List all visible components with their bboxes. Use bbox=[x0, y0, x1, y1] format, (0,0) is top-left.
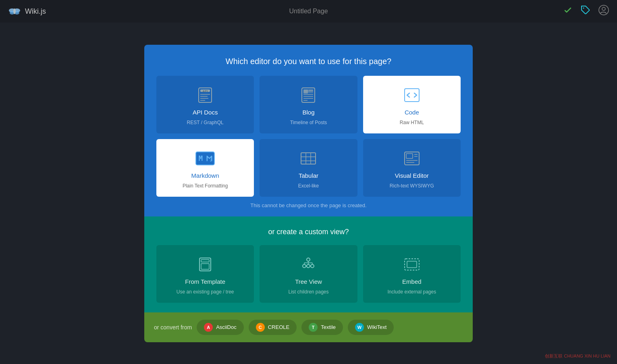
svg-point-44 bbox=[311, 264, 314, 268]
topbar-actions bbox=[563, 5, 609, 18]
main-content: Which editor do you want to use for this… bbox=[0, 23, 617, 364]
template-icon bbox=[195, 255, 215, 274]
convert-creole-button[interactable]: C CREOLE bbox=[249, 320, 297, 335]
convert-label: or convert from bbox=[154, 324, 192, 331]
blog-sublabel: Timeline of Posts bbox=[290, 120, 327, 125]
tree-sublabel: List children pages bbox=[288, 289, 328, 295]
markdown-icon: M ↓ bbox=[195, 149, 215, 168]
editor-card-api-docs[interactable]: API API Docs REST / GraphQL bbox=[156, 76, 254, 133]
svg-rect-21 bbox=[303, 89, 308, 94]
svg-rect-51 bbox=[407, 261, 417, 268]
markdown-sublabel: Plain Text Formatting bbox=[183, 183, 228, 189]
custom-panel-title: or create a custom view? bbox=[156, 228, 461, 236]
topbar: Wiki.js Untitled Page bbox=[0, 0, 617, 23]
svg-rect-22 bbox=[309, 89, 313, 91]
embed-icon bbox=[402, 255, 422, 274]
asciidoc-icon: A bbox=[204, 323, 213, 332]
tree-icon bbox=[299, 255, 318, 274]
editor-card-tabular[interactable]: Tabular Excel-like bbox=[260, 139, 357, 197]
textile-icon: T bbox=[309, 323, 318, 332]
svg-rect-27 bbox=[301, 153, 316, 164]
editor-card-markdown[interactable]: M ↓ Markdown Plain Text Formatting bbox=[156, 139, 254, 197]
svg-rect-33 bbox=[406, 154, 413, 158]
editor-panel-title: Which editor do you want to use for this… bbox=[156, 57, 461, 66]
editor-card-blog[interactable]: Blog Timeline of Posts bbox=[260, 76, 357, 133]
watermark: 创新互联 CHUANG XIN HU LIAN bbox=[545, 353, 611, 359]
blog-label: Blog bbox=[302, 109, 314, 116]
svg-point-41 bbox=[307, 258, 310, 261]
svg-point-42 bbox=[303, 264, 306, 268]
tabular-sublabel: Excel-like bbox=[298, 183, 319, 189]
markdown-label: Markdown bbox=[191, 172, 219, 179]
template-label: From Template bbox=[185, 278, 225, 285]
app-logo[interactable]: Wiki.js bbox=[8, 5, 46, 18]
svg-text:API: API bbox=[202, 89, 208, 93]
custom-card-embed[interactable]: Embed Include external pages bbox=[363, 245, 461, 303]
api-docs-label: API Docs bbox=[193, 109, 218, 116]
code-sublabel: Raw HTML bbox=[400, 120, 424, 125]
editor-panel-note: This cannot be changed once the page is … bbox=[156, 202, 461, 208]
tabular-label: Tabular bbox=[299, 172, 318, 179]
svg-rect-39 bbox=[201, 260, 209, 262]
svg-text:↓: ↓ bbox=[210, 156, 212, 162]
svg-text:M: M bbox=[199, 154, 203, 162]
svg-point-5 bbox=[583, 8, 584, 9]
custom-card-template[interactable]: From Template Use an existing page / tre… bbox=[156, 245, 254, 303]
user-button[interactable] bbox=[598, 5, 609, 18]
custom-panel: or create a custom view? From Template U… bbox=[144, 216, 473, 312]
save-button[interactable] bbox=[563, 5, 573, 17]
svg-point-7 bbox=[602, 7, 605, 10]
code-icon bbox=[402, 85, 422, 105]
tree-label: Tree View bbox=[295, 278, 322, 285]
wikitext-icon: W bbox=[355, 323, 364, 332]
convert-bar: or convert from A AsciiDoc C CREOLE T Te… bbox=[144, 312, 473, 342]
logo-icon bbox=[8, 5, 21, 18]
editor-card-visual[interactable]: Visual Editor Rich-text WYSIWYG bbox=[363, 139, 461, 197]
convert-asciidoc-button[interactable]: A AsciiDoc bbox=[197, 320, 244, 335]
creole-icon: C bbox=[256, 323, 265, 332]
tag-button[interactable] bbox=[581, 5, 590, 17]
custom-grid: From Template Use an existing page / tre… bbox=[156, 245, 461, 303]
embed-label: Embed bbox=[402, 278, 422, 285]
convert-textile-button[interactable]: T Textile bbox=[301, 320, 343, 335]
page-title: Untitled Page bbox=[289, 8, 328, 15]
convert-wikitext-button[interactable]: W WikiText bbox=[348, 320, 394, 335]
editor-card-code[interactable]: Code Raw HTML bbox=[363, 76, 461, 133]
code-label: Code bbox=[405, 109, 419, 116]
asciidoc-label: AsciiDoc bbox=[216, 324, 237, 330]
textile-label: Textile bbox=[321, 324, 336, 330]
svg-point-43 bbox=[307, 264, 310, 268]
editor-panel: Which editor do you want to use for this… bbox=[144, 45, 473, 216]
api-docs-sublabel: REST / GraphQL bbox=[187, 120, 224, 125]
template-sublabel: Use an existing page / tree bbox=[177, 289, 234, 295]
svg-rect-40 bbox=[201, 264, 209, 269]
wikitext-label: WikiText bbox=[367, 324, 386, 330]
editor-grid: API API Docs REST / GraphQL bbox=[156, 76, 461, 197]
tabular-icon bbox=[299, 149, 318, 168]
embed-sublabel: Include external pages bbox=[387, 289, 436, 295]
visual-editor-label: Visual Editor bbox=[395, 172, 429, 179]
custom-card-tree[interactable]: Tree View List children pages bbox=[260, 245, 357, 303]
app-name: Wiki.js bbox=[25, 7, 46, 16]
creole-label: CREOLE bbox=[268, 324, 289, 330]
blog-icon bbox=[299, 85, 318, 105]
visual-editor-sublabel: Rich-text WYSIWYG bbox=[390, 183, 434, 189]
visual-editor-icon bbox=[402, 149, 422, 168]
svg-point-4 bbox=[13, 8, 16, 14]
api-docs-icon: API bbox=[195, 85, 215, 105]
